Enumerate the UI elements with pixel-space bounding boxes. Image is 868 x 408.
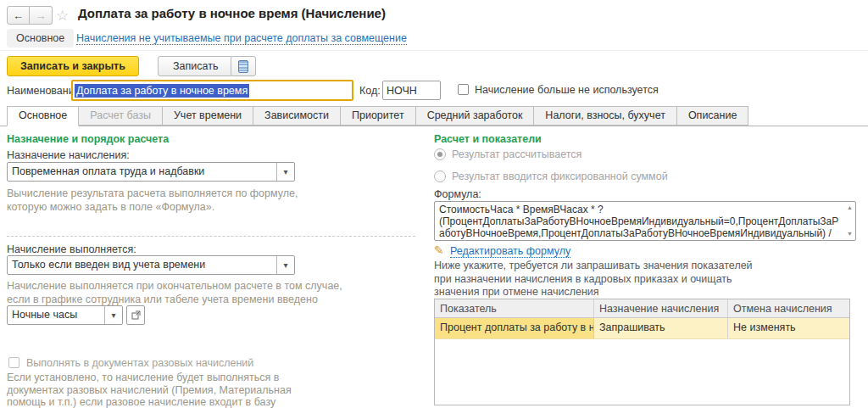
forward-icon: → xyxy=(36,9,47,22)
performed-label: Начисление выполняется: xyxy=(7,243,136,255)
time-kind-select[interactable]: Ночные часы ▾ xyxy=(7,305,123,325)
table-header-indicator[interactable]: Показатель xyxy=(435,299,594,318)
pencil-icon: ✎ xyxy=(434,243,444,257)
radio-result-fixed-label: Результат вводится фиксированной суммой xyxy=(452,170,668,182)
save-button[interactable]: Записать xyxy=(158,56,233,76)
radio-result-calculated: Результат рассчитывается xyxy=(434,148,581,160)
formula-text: СтоимостьЧаса * ВремяВЧасах * ?(ПроцентД… xyxy=(439,204,838,241)
save-and-close-button[interactable]: Записать и закрыть xyxy=(7,56,139,76)
report-button[interactable] xyxy=(231,56,256,76)
tab-dependencies[interactable]: Зависимости xyxy=(253,106,341,126)
history-nav-group: ← → xyxy=(7,6,53,25)
radio-selected-icon xyxy=(434,148,446,160)
performed-select[interactable]: Только если введен вид учета времени ▾ xyxy=(7,255,295,275)
chevron-down-icon[interactable]: ▾ xyxy=(276,163,294,181)
name-input-selected-text: Доплата за работу в ночное время xyxy=(75,84,249,98)
related-accruals-link[interactable]: Начисления не учитываемые при расчете до… xyxy=(76,32,407,45)
open-item-icon xyxy=(131,310,141,320)
one-time-docs-checkbox xyxy=(8,357,19,368)
assignment-select[interactable]: Повременная оплата труда и надбавки ▾ xyxy=(7,162,295,182)
code-input[interactable] xyxy=(382,81,441,100)
scroll-up-icon[interactable]: ▲ xyxy=(847,204,865,210)
tab-description[interactable]: Описание xyxy=(676,106,749,126)
radio-result-fixed: Результат вводится фиксированной суммой xyxy=(434,170,668,182)
table-row[interactable]: Процент доплаты за работу в ноч... Запра… xyxy=(435,318,849,339)
formula-input[interactable]: СтоимостьЧаса * ВремяВЧасах * ?(ПроцентД… xyxy=(434,201,856,241)
not-used-checkbox-label: Начисление больше не используется xyxy=(475,84,659,96)
assignment-hint: Вычисление результата расчета выполняетс… xyxy=(7,187,298,214)
indicators-hint: Ниже укажите, требуется ли запрашивать з… xyxy=(434,260,753,299)
code-label: Код: xyxy=(359,85,381,97)
right-section-title: Расчет и показатели xyxy=(434,133,542,145)
indicators-table: Показатель Назначение начисления Отмена … xyxy=(434,299,850,405)
back-icon: ← xyxy=(13,9,24,22)
radio-result-calculated-label: Результат рассчитывается xyxy=(452,148,581,160)
table-header-row: Показатель Назначение начисления Отмена … xyxy=(435,299,849,318)
header-divider xyxy=(0,50,868,51)
table-header-cancel[interactable]: Отмена начисления xyxy=(728,299,849,318)
tab-priority[interactable]: Приоритет xyxy=(340,106,416,126)
chevron-down-icon[interactable]: ▾ xyxy=(104,306,122,324)
tab-main[interactable]: Основное xyxy=(7,106,79,126)
tab-strip: Основное Расчет базы Учет времени Зависи… xyxy=(0,106,868,126)
performed-hint: Начисление выполняется при окончательном… xyxy=(7,279,342,306)
forward-button[interactable]: → xyxy=(30,6,53,25)
one-time-docs-hint: Если установлено, то начисление будет вы… xyxy=(7,372,292,408)
radio-unselected-icon xyxy=(434,170,446,182)
left-section-title: Назначение и порядок расчета xyxy=(7,133,169,145)
table-cell-indicator[interactable]: Процент доплаты за работу в ноч... xyxy=(435,318,594,339)
chevron-down-icon[interactable]: ▾ xyxy=(276,256,294,274)
tab-calc-base: Расчет базы xyxy=(78,106,163,126)
edit-formula-link[interactable]: Редактировать формулу xyxy=(450,245,570,258)
table-cell-assignment[interactable]: Запрашивать xyxy=(594,318,728,339)
performed-select-value: Только если введен вид учета времени xyxy=(8,256,276,274)
assignment-select-value: Повременная оплата труда и надбавки xyxy=(8,163,276,181)
tab-taxes[interactable]: Налоги, взносы, бухучет xyxy=(533,106,677,126)
table-header-assignment[interactable]: Назначение начисления xyxy=(594,299,728,318)
formula-label: Формула: xyxy=(434,188,481,200)
section-divider xyxy=(7,236,415,237)
time-kind-select-value: Ночные часы xyxy=(8,306,104,324)
tab-average-earnings[interactable]: Средний заработок xyxy=(415,106,535,126)
tab-time-tracking[interactable]: Учет времени xyxy=(162,106,253,126)
not-used-checkbox[interactable] xyxy=(458,84,469,95)
name-input[interactable]: Доплата за работу в ночное время xyxy=(71,80,353,101)
one-time-docs-checkbox-label: Выполнять в документах разовых начислени… xyxy=(26,357,253,369)
assignment-label: Назначение начисления: xyxy=(7,149,130,161)
accrual-form-window: ← → ☆ Доплата за работу в ночное время (… xyxy=(0,0,868,408)
page-title: Доплата за работу в ночное время (Начисл… xyxy=(78,6,386,20)
nav-item-main[interactable]: Основное xyxy=(7,29,74,48)
table-cell-cancel[interactable]: Не изменять xyxy=(728,318,849,339)
open-time-kind-button[interactable] xyxy=(126,305,145,325)
favorite-star-icon[interactable]: ☆ xyxy=(56,7,69,25)
document-list-icon xyxy=(238,60,248,73)
back-button[interactable]: ← xyxy=(7,6,30,25)
scroll-down-icon[interactable]: ▼ xyxy=(847,231,865,237)
